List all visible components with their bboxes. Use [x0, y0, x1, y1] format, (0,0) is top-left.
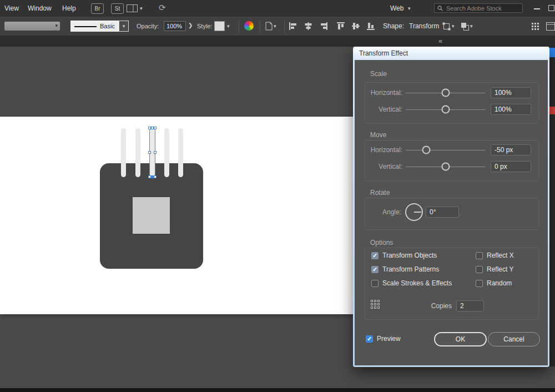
options-section-label: Options [370, 239, 393, 247]
menu-view[interactable]: View [4, 0, 19, 17]
move-vertical-slider[interactable] [406, 161, 485, 172]
chip-pin-5[interactable] [178, 128, 183, 177]
move-section-label: Move [370, 131, 386, 139]
scale-horizontal-field[interactable] [491, 87, 531, 98]
bridge-button[interactable]: Br [91, 3, 104, 14]
slider-knob[interactable] [441, 163, 450, 171]
move-horizontal-field[interactable] [491, 144, 531, 155]
scale-strokes-checkbox[interactable] [371, 280, 379, 287]
random-label[interactable]: Random [487, 280, 512, 287]
angle-dial-needle[interactable] [414, 212, 421, 213]
brush-stroke-preview [74, 26, 97, 27]
random-checkbox[interactable] [476, 280, 483, 287]
restore-button[interactable] [548, 5, 554, 11]
reflect-y-label[interactable]: Reflect Y [487, 266, 513, 273]
slider-knob[interactable] [422, 146, 431, 154]
workspace-dropdown[interactable]: Web [390, 0, 403, 17]
opacity-label: Opacity: [137, 17, 159, 36]
brush-name: Basic [100, 21, 115, 32]
opacity-expand-icon[interactable]: ❯ [188, 22, 193, 28]
rotate-section-label: Rotate [370, 189, 390, 197]
style-caret-icon[interactable]: ▾ [227, 23, 230, 29]
copies-label: Copies [407, 300, 452, 311]
style-swatch[interactable] [214, 21, 225, 31]
cancel-button[interactable]: Cancel [488, 332, 540, 346]
transform-patterns-checkbox[interactable] [371, 266, 379, 273]
brush-caret-icon[interactable]: ▾ [119, 21, 129, 32]
preview-checkbox[interactable] [366, 335, 373, 343]
opacity-value[interactable]: 100% [164, 21, 186, 31]
search-input[interactable] [445, 4, 519, 12]
dialog-title[interactable]: Transform Effect [359, 49, 408, 57]
sync-icon[interactable]: ⟳ [159, 3, 166, 13]
align-bottom-icon[interactable] [366, 21, 376, 31]
scale-vertical-field[interactable] [491, 104, 531, 115]
transform-objects-label[interactable]: Transform Objects [382, 252, 437, 259]
selection-handle-mid-right[interactable] [154, 151, 157, 154]
slider-track[interactable] [406, 150, 485, 150]
slider-knob[interactable] [441, 89, 450, 97]
menu-window[interactable]: Window [28, 0, 52, 17]
stock-search[interactable] [434, 3, 523, 13]
reflect-x-label[interactable]: Reflect X [487, 252, 514, 259]
selection-handle-mid-left[interactable] [148, 151, 151, 154]
slider-knob[interactable] [441, 105, 450, 114]
move-vertical-label: Vertical: [355, 161, 402, 172]
panel-tab-red[interactable] [549, 107, 555, 114]
menu-help[interactable]: Help [62, 0, 76, 17]
align-horizontal-center-icon[interactable] [304, 21, 313, 31]
collapse-panels-icon[interactable]: « [438, 36, 442, 46]
shape-label: Shape: [383, 17, 404, 36]
move-horizontal-slider[interactable] [406, 144, 485, 155]
separator [260, 20, 260, 32]
chip-inner-square[interactable] [133, 197, 170, 234]
align-top-icon[interactable] [336, 21, 346, 31]
move-horizontal-label: Horizontal: [355, 144, 402, 155]
workspace-switcher-icon[interactable] [127, 4, 138, 14]
document-setup-button[interactable]: ▾ [265, 21, 276, 31]
align-right-icon[interactable] [319, 21, 328, 31]
minimize-button[interactable] [534, 8, 540, 9]
chip-pin-1[interactable] [121, 128, 126, 177]
transform-panel-link[interactable]: Transform [409, 17, 439, 36]
panel-icon[interactable] [546, 21, 555, 31]
transform-options-button[interactable]: ▾ [442, 21, 455, 31]
panel-tab-blue[interactable] [549, 48, 555, 57]
align-vertical-center-icon[interactable] [351, 21, 361, 31]
chip-pin-4[interactable] [164, 128, 169, 177]
pathfinder-options-button[interactable]: ▾ [461, 21, 473, 31]
chip-pin-2[interactable] [135, 128, 140, 177]
stroke-profile-dropdown[interactable]: ▾ [4, 22, 60, 31]
angle-dial[interactable] [405, 203, 423, 221]
reflect-x-checkbox[interactable] [476, 252, 483, 259]
scale-horizontal-slider[interactable] [406, 87, 485, 98]
angle-field[interactable] [426, 207, 459, 218]
document-tab-strip: « [0, 36, 555, 47]
dialog-body: Scale Horizontal: Vertical: Move Horizon… [355, 60, 548, 365]
move-vertical-field[interactable] [491, 161, 531, 172]
scale-strokes-label[interactable]: Scale Strokes & Effects [382, 280, 452, 287]
selection-handle-top-right[interactable] [154, 127, 157, 129]
reflect-y-checkbox[interactable] [476, 266, 483, 273]
ok-button[interactable]: OK [434, 332, 487, 346]
menu-bar: View Window Help Br St ▾ ⟳ Web ▾ [0, 0, 555, 17]
workspace-dropdown-caret-icon[interactable]: ▾ [408, 6, 411, 11]
scale-vertical-slider[interactable] [406, 104, 485, 115]
scale-vertical-label: Vertical: [355, 104, 402, 115]
recolor-artwork-icon[interactable] [244, 21, 254, 31]
apps-grid-icon[interactable] [531, 21, 539, 31]
workspace-caret-icon[interactable]: ▾ [140, 6, 143, 11]
status-bar-edge [0, 388, 555, 392]
style-label: Style: [197, 17, 213, 36]
separator [239, 20, 239, 32]
transform-patterns-label[interactable]: Transform Patterns [382, 266, 439, 273]
scale-horizontal-label: Horizontal: [355, 87, 402, 98]
selection-handle-bottom-right[interactable] [154, 175, 157, 178]
brush-definition-dropdown[interactable]: Basic [70, 21, 119, 32]
stock-button[interactable]: St [111, 3, 124, 14]
copies-field[interactable] [456, 300, 484, 311]
reference-point-locator[interactable] [371, 300, 382, 311]
preview-label[interactable]: Preview [377, 335, 401, 343]
align-left-icon[interactable] [289, 21, 298, 31]
transform-objects-checkbox[interactable] [371, 252, 379, 259]
